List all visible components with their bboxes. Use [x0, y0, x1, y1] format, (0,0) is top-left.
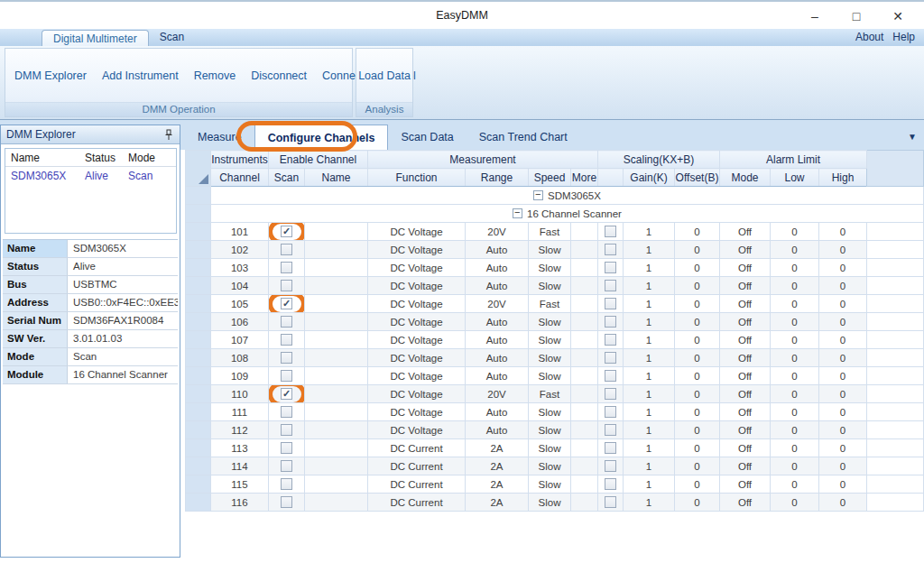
- scale-enable-checkbox[interactable]: [605, 406, 616, 418]
- row-selector[interactable]: [186, 277, 211, 295]
- scan-cell[interactable]: [269, 439, 305, 457]
- about-link[interactable]: About: [855, 31, 883, 43]
- range-cell[interactable]: 2A: [466, 439, 529, 457]
- offset-cell[interactable]: 0: [675, 494, 720, 512]
- scale-enable-cell[interactable]: [598, 421, 624, 439]
- more-cell[interactable]: [571, 349, 598, 367]
- more-cell[interactable]: [571, 475, 598, 494]
- row-selector[interactable]: [186, 313, 211, 331]
- function-cell[interactable]: DC Voltage: [368, 349, 466, 367]
- load-data-button[interactable]: Load Data: [358, 69, 411, 82]
- tab-measure[interactable]: Measure: [185, 125, 254, 150]
- scale-enable-checkbox[interactable]: [605, 280, 616, 291]
- low-cell[interactable]: 0: [771, 259, 819, 277]
- more-cell[interactable]: [571, 439, 598, 457]
- channel-cell[interactable]: 102: [211, 241, 269, 259]
- offset-cell[interactable]: 0: [675, 367, 720, 385]
- more-cell[interactable]: [571, 494, 598, 512]
- row-selector[interactable]: [186, 223, 211, 241]
- scale-enable-checkbox[interactable]: [605, 334, 616, 346]
- offset-cell[interactable]: 0: [675, 295, 720, 313]
- row-selector[interactable]: [186, 421, 211, 439]
- name-cell[interactable]: [305, 349, 368, 367]
- property-row-name[interactable]: Name SDM3065X: [3, 240, 178, 258]
- tab-list-dropdown-icon[interactable]: ▼: [908, 132, 917, 142]
- property-row-swver[interactable]: SW Ver. 3.01.01.03: [3, 330, 178, 348]
- scan-cell[interactable]: [269, 223, 305, 241]
- row-selector[interactable]: [186, 457, 211, 475]
- name-cell[interactable]: [305, 439, 368, 457]
- low-cell[interactable]: 0: [771, 349, 819, 367]
- low-cell[interactable]: 0: [771, 494, 819, 512]
- col-header-name[interactable]: Name: [305, 169, 368, 187]
- scan-cell[interactable]: [269, 277, 305, 295]
- tab-scan-trend-chart[interactable]: Scan Trend Chart: [467, 125, 580, 150]
- mode-cell[interactable]: Off: [720, 241, 771, 259]
- row-selector[interactable]: [186, 349, 211, 367]
- range-cell[interactable]: 2A: [466, 494, 529, 512]
- name-cell[interactable]: [305, 223, 368, 241]
- function-cell[interactable]: DC Current: [368, 475, 466, 494]
- scan-cell[interactable]: [269, 349, 305, 367]
- name-cell[interactable]: [305, 385, 368, 403]
- low-cell[interactable]: 0: [771, 223, 819, 241]
- close-icon[interactable]: ✕: [877, 5, 919, 27]
- scale-enable-cell[interactable]: [598, 385, 624, 403]
- function-cell[interactable]: DC Voltage: [368, 241, 466, 259]
- high-cell[interactable]: 0: [819, 494, 867, 512]
- offset-cell[interactable]: 0: [675, 349, 720, 367]
- range-cell[interactable]: Auto: [466, 403, 529, 421]
- gain-cell[interactable]: 1: [624, 494, 675, 512]
- gain-cell[interactable]: 1: [624, 367, 675, 385]
- row-selector[interactable]: [186, 367, 211, 385]
- gain-cell[interactable]: 1: [624, 349, 675, 367]
- scale-enable-cell[interactable]: [598, 349, 624, 367]
- scan-checkbox[interactable]: [281, 388, 292, 400]
- offset-cell[interactable]: 0: [675, 313, 720, 331]
- col-header-channel[interactable]: Channel: [211, 169, 269, 187]
- gain-cell[interactable]: 1: [624, 313, 675, 331]
- col-header-low[interactable]: Low: [771, 169, 819, 187]
- scale-enable-cell[interactable]: [598, 439, 624, 457]
- high-cell[interactable]: 0: [819, 439, 867, 457]
- scan-checkbox[interactable]: [281, 442, 292, 454]
- offset-cell[interactable]: 0: [675, 241, 720, 259]
- scan-checkbox[interactable]: [281, 226, 292, 237]
- row-selector[interactable]: [186, 475, 211, 494]
- row-selector[interactable]: [186, 494, 211, 512]
- scan-cell[interactable]: [269, 403, 305, 421]
- range-cell[interactable]: Auto: [466, 367, 529, 385]
- high-cell[interactable]: 0: [819, 331, 867, 349]
- scale-enable-checkbox[interactable]: [605, 316, 616, 328]
- function-cell[interactable]: DC Voltage: [368, 313, 466, 331]
- low-cell[interactable]: 0: [771, 439, 819, 457]
- scale-enable-checkbox[interactable]: [605, 442, 616, 454]
- high-cell[interactable]: 0: [819, 385, 867, 403]
- gain-cell[interactable]: 1: [624, 403, 675, 421]
- col-header-name[interactable]: Name: [5, 152, 85, 164]
- low-cell[interactable]: 0: [771, 277, 819, 295]
- function-cell[interactable]: DC Current: [368, 439, 466, 457]
- help-link[interactable]: Help: [892, 31, 915, 43]
- channel-cell[interactable]: 107: [211, 331, 269, 349]
- mode-cell[interactable]: Off: [720, 223, 771, 241]
- low-cell[interactable]: 0: [771, 421, 819, 439]
- tree-node-scanner[interactable]: 16 Channel Scanner: [211, 205, 924, 223]
- gain-cell[interactable]: 1: [624, 421, 675, 439]
- scan-cell[interactable]: [269, 457, 305, 475]
- channel-cell[interactable]: 109: [211, 367, 269, 385]
- scan-cell[interactable]: [269, 475, 305, 494]
- offset-cell[interactable]: 0: [675, 331, 720, 349]
- more-cell[interactable]: [571, 241, 598, 259]
- col-header-range[interactable]: Range: [466, 169, 529, 187]
- speed-cell[interactable]: Fast: [529, 223, 571, 241]
- speed-cell[interactable]: Slow: [529, 277, 571, 295]
- high-cell[interactable]: 0: [819, 403, 867, 421]
- mode-cell[interactable]: Off: [720, 331, 771, 349]
- function-cell[interactable]: DC Voltage: [368, 331, 466, 349]
- mode-cell[interactable]: Off: [720, 494, 771, 512]
- scan-cell[interactable]: [269, 313, 305, 331]
- channel-cell[interactable]: 111: [211, 403, 269, 421]
- scale-enable-cell[interactable]: [598, 313, 624, 331]
- range-cell[interactable]: Auto: [466, 349, 529, 367]
